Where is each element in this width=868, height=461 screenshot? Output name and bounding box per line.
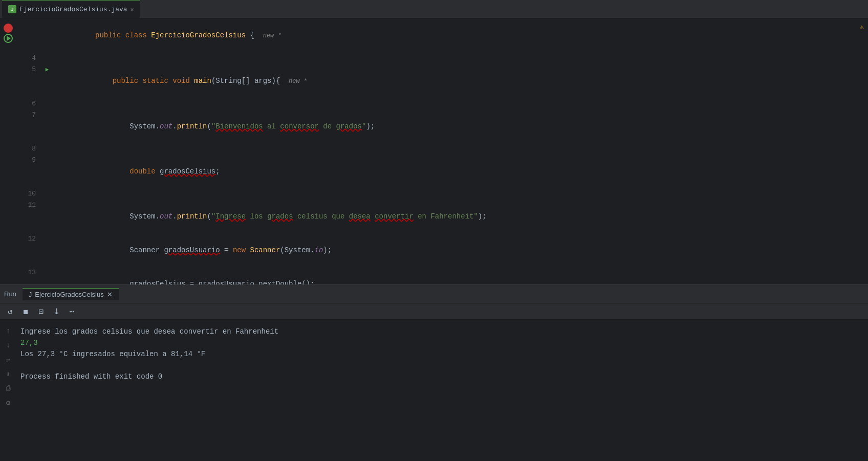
panel-header: Run J EjercicioGradosCelsius ✕	[0, 285, 868, 303]
more-button[interactable]: ⋯	[66, 305, 78, 318]
tab-filename: EjercicioGradosCelsius.java	[19, 6, 127, 13]
run-tab-filename: EjercicioGradosCelsius	[35, 291, 103, 298]
console-line-4	[20, 360, 864, 371]
tab-bar: J EjercicioGradosCelsius.java ✕	[0, 0, 868, 18]
code-line-class: public class EjercicioGradosCelsius { ne…	[16, 18, 868, 53]
editor-area: public class EjercicioGradosCelsius { ne…	[0, 18, 868, 284]
console-output: Ingrese los grados celsius que desea con…	[16, 324, 868, 457]
scroll-down-icon[interactable]: ↓	[3, 340, 13, 350]
code-line-13: 13 gradosCelsius = gradosUsuario.nextDou…	[16, 267, 868, 284]
soft-wrap-icon[interactable]: ⇌	[3, 355, 13, 365]
code-line-8: 8	[16, 143, 868, 155]
print-icon[interactable]: ⎙	[3, 383, 13, 393]
scroll-up-icon[interactable]: ↑	[3, 326, 13, 336]
warning-icon: ⚠	[860, 23, 864, 31]
code-line-7: 7 System.out.println("Bienvenidos al con…	[16, 109, 868, 143]
panel-content: ↑ ↓ ⇌ ⬇ ⎙ ⚙ Ingrese los grados celsius q…	[0, 320, 868, 461]
code-line-11: 11 System.out.println("Ingrese los grado…	[16, 200, 868, 233]
download-icon[interactable]: ⬇	[3, 369, 13, 379]
run-tab-label[interactable]: Run	[4, 290, 16, 298]
run-file-tab[interactable]: J EjercicioGradosCelsius ✕	[23, 288, 119, 300]
editor-tab[interactable]: J EjercicioGradosCelsius.java ✕	[2, 0, 140, 18]
console-line-3: Los 27,3 °C ingresados equivalen a 81,14…	[20, 348, 864, 360]
run-tab-close[interactable]: ✕	[107, 291, 113, 298]
stop-button[interactable]	[4, 24, 13, 33]
code-line-5: 5 ▶ public static void main(String[] arg…	[16, 64, 868, 98]
java-file-icon: J	[8, 5, 16, 13]
console-line-1: Ingrese los grados celsius que desea con…	[20, 326, 864, 337]
code-line-4: 4	[16, 53, 868, 64]
console-line-2: 27,3	[20, 337, 864, 348]
code-lines: public class EjercicioGradosCelsius { ne…	[16, 18, 868, 284]
editor-toolbar	[0, 18, 16, 284]
stop-run-button[interactable]: ◼	[19, 305, 32, 318]
run-file-icon: J	[29, 291, 32, 298]
scroll-lock-button[interactable]: ⤓	[50, 305, 62, 318]
code-line-12: 12 Scanner gradosUsuario = new Scanner(S…	[16, 233, 868, 267]
run-panel: Run J EjercicioGradosCelsius ✕ ↺ ◼ ⊡ ⤓ ⋯…	[0, 284, 868, 461]
tab-close-icon[interactable]: ✕	[131, 6, 134, 13]
panel-left-icons: ↑ ↓ ⇌ ⬇ ⎙ ⚙	[0, 324, 16, 457]
panel-toolbar: ↺ ◼ ⊡ ⤓ ⋯	[0, 303, 868, 320]
refresh-button[interactable]: ↺	[4, 305, 16, 318]
code-line-9: 9 double gradosCelsius;	[16, 155, 868, 188]
code-line-10: 10	[16, 188, 868, 200]
snapshot-button[interactable]: ⊡	[35, 305, 47, 318]
code-line-6: 6	[16, 98, 868, 109]
console-line-5: Process finished with exit code 0	[20, 371, 864, 382]
code-container: public class EjercicioGradosCelsius { ne…	[16, 18, 868, 284]
line-run-arrow[interactable]: ▶	[46, 64, 49, 75]
run-button[interactable]	[4, 34, 13, 43]
settings-icon[interactable]: ⚙	[3, 398, 13, 408]
